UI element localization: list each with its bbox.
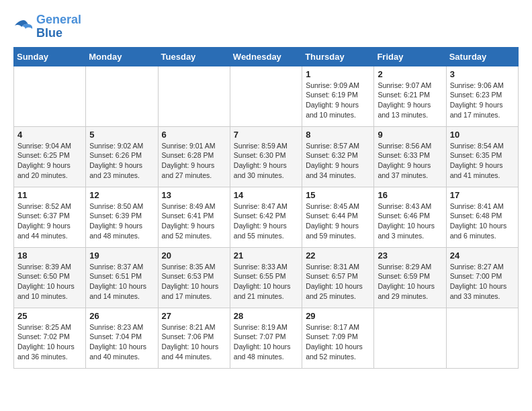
cell-info: Sunrise: 8:47 AM Sunset: 6:42 PM Dayligh…: [234, 201, 298, 241]
cell-info: Sunrise: 9:04 AM Sunset: 6:25 PM Dayligh…: [17, 141, 82, 181]
calendar-cell: 5Sunrise: 9:02 AM Sunset: 6:26 PM Daylig…: [86, 126, 158, 187]
calendar-cell: 9Sunrise: 8:56 AM Sunset: 6:33 PM Daylig…: [374, 126, 446, 187]
weekday-header: Thursday: [302, 47, 374, 66]
calendar-week-row: 25Sunrise: 8:25 AM Sunset: 7:02 PM Dayli…: [14, 308, 519, 368]
day-number: 22: [306, 250, 370, 261]
day-number: 7: [234, 130, 298, 140]
cell-info: Sunrise: 8:19 AM Sunset: 7:07 PM Dayligh…: [234, 322, 298, 362]
cell-info: Sunrise: 8:39 AM Sunset: 6:50 PM Dayligh…: [17, 262, 82, 302]
cell-info: Sunrise: 8:43 AM Sunset: 6:46 PM Dayligh…: [378, 201, 442, 241]
day-number: 6: [162, 130, 226, 140]
calendar-cell: 15Sunrise: 8:45 AM Sunset: 6:44 PM Dayli…: [302, 187, 374, 247]
calendar-cell: 11Sunrise: 8:52 AM Sunset: 6:37 PM Dayli…: [14, 187, 86, 247]
cell-info: Sunrise: 8:54 AM Sunset: 6:35 PM Dayligh…: [450, 141, 515, 181]
calendar-cell: [158, 66, 230, 126]
weekday-header: Wednesday: [230, 47, 302, 66]
calendar-cell: [14, 66, 86, 126]
weekday-header: Saturday: [446, 47, 518, 66]
cell-info: Sunrise: 8:45 AM Sunset: 6:44 PM Dayligh…: [306, 201, 370, 241]
calendar-cell: 22Sunrise: 8:31 AM Sunset: 6:57 PM Dayli…: [302, 247, 374, 308]
day-number: 1: [306, 69, 370, 79]
cell-info: Sunrise: 8:59 AM Sunset: 6:30 PM Dayligh…: [234, 141, 298, 181]
cell-info: Sunrise: 8:37 AM Sunset: 6:51 PM Dayligh…: [89, 262, 154, 302]
calendar-cell: 29Sunrise: 8:17 AM Sunset: 7:09 PM Dayli…: [302, 308, 374, 368]
cell-info: Sunrise: 8:21 AM Sunset: 7:06 PM Dayligh…: [162, 322, 226, 362]
logo: General Blue: [13, 13, 81, 40]
weekday-header: Sunday: [14, 47, 86, 66]
cell-info: Sunrise: 9:09 AM Sunset: 6:19 PM Dayligh…: [306, 81, 370, 120]
day-number: 19: [89, 250, 154, 261]
day-number: 11: [17, 190, 82, 200]
day-number: 13: [162, 190, 226, 200]
day-number: 8: [306, 130, 370, 140]
day-number: 18: [17, 250, 82, 261]
cell-info: Sunrise: 8:31 AM Sunset: 6:57 PM Dayligh…: [306, 262, 370, 302]
calendar-cell: 4Sunrise: 9:04 AM Sunset: 6:25 PM Daylig…: [14, 126, 86, 187]
calendar-cell: 8Sunrise: 8:57 AM Sunset: 6:32 PM Daylig…: [302, 126, 374, 187]
cell-info: Sunrise: 8:27 AM Sunset: 7:00 PM Dayligh…: [450, 262, 515, 302]
calendar-week-row: 11Sunrise: 8:52 AM Sunset: 6:37 PM Dayli…: [14, 187, 519, 247]
cell-info: Sunrise: 8:57 AM Sunset: 6:32 PM Dayligh…: [306, 141, 370, 181]
cell-info: Sunrise: 8:23 AM Sunset: 7:04 PM Dayligh…: [89, 322, 154, 362]
calendar-cell: 2Sunrise: 9:07 AM Sunset: 6:21 PM Daylig…: [374, 66, 446, 126]
calendar-cell: 20Sunrise: 8:35 AM Sunset: 6:53 PM Dayli…: [158, 247, 230, 308]
day-number: 20: [162, 250, 226, 261]
cell-info: Sunrise: 8:56 AM Sunset: 6:33 PM Dayligh…: [378, 141, 442, 181]
calendar-cell: 3Sunrise: 9:06 AM Sunset: 6:23 PM Daylig…: [446, 66, 518, 126]
cell-info: Sunrise: 8:41 AM Sunset: 6:48 PM Dayligh…: [450, 201, 515, 241]
calendar-cell: 1Sunrise: 9:09 AM Sunset: 6:19 PM Daylig…: [302, 66, 374, 126]
cell-info: Sunrise: 8:25 AM Sunset: 7:02 PM Dayligh…: [17, 322, 82, 362]
day-number: 16: [378, 190, 442, 200]
logo-text: General Blue: [36, 13, 81, 40]
day-number: 17: [450, 190, 515, 200]
calendar-table: SundayMondayTuesdayWednesdayThursdayFrid…: [13, 47, 519, 369]
calendar-cell: 7Sunrise: 8:59 AM Sunset: 6:30 PM Daylig…: [230, 126, 302, 187]
calendar-week-row: 1Sunrise: 9:09 AM Sunset: 6:19 PM Daylig…: [14, 66, 519, 126]
calendar-cell: 10Sunrise: 8:54 AM Sunset: 6:35 PM Dayli…: [446, 126, 518, 187]
calendar-cell: [230, 66, 302, 126]
calendar-cell: 12Sunrise: 8:50 AM Sunset: 6:39 PM Dayli…: [86, 187, 158, 247]
cell-info: Sunrise: 8:49 AM Sunset: 6:41 PM Dayligh…: [162, 201, 226, 241]
calendar-cell: 23Sunrise: 8:29 AM Sunset: 6:59 PM Dayli…: [374, 247, 446, 308]
day-number: 5: [89, 130, 154, 140]
calendar-week-row: 4Sunrise: 9:04 AM Sunset: 6:25 PM Daylig…: [14, 126, 519, 187]
weekday-header: Tuesday: [158, 47, 230, 66]
cell-info: Sunrise: 9:01 AM Sunset: 6:28 PM Dayligh…: [162, 141, 226, 181]
day-number: 14: [234, 190, 298, 200]
day-number: 29: [306, 311, 370, 321]
calendar-cell: 16Sunrise: 8:43 AM Sunset: 6:46 PM Dayli…: [374, 187, 446, 247]
calendar-cell: 17Sunrise: 8:41 AM Sunset: 6:48 PM Dayli…: [446, 187, 518, 247]
cell-info: Sunrise: 8:52 AM Sunset: 6:37 PM Dayligh…: [17, 201, 82, 241]
cell-info: Sunrise: 9:06 AM Sunset: 6:23 PM Dayligh…: [450, 81, 515, 120]
calendar-cell: 6Sunrise: 9:01 AM Sunset: 6:28 PM Daylig…: [158, 126, 230, 187]
day-number: 24: [450, 250, 515, 261]
day-number: 3: [450, 69, 515, 79]
weekday-header: Monday: [86, 47, 158, 66]
cell-info: Sunrise: 8:50 AM Sunset: 6:39 PM Dayligh…: [89, 201, 154, 241]
calendar-cell: 25Sunrise: 8:25 AM Sunset: 7:02 PM Dayli…: [14, 308, 86, 368]
calendar-cell: [86, 66, 158, 126]
cell-info: Sunrise: 8:35 AM Sunset: 6:53 PM Dayligh…: [162, 262, 226, 302]
day-number: 23: [378, 250, 442, 261]
calendar-cell: 26Sunrise: 8:23 AM Sunset: 7:04 PM Dayli…: [86, 308, 158, 368]
calendar-cell: 27Sunrise: 8:21 AM Sunset: 7:06 PM Dayli…: [158, 308, 230, 368]
day-number: 10: [450, 130, 515, 140]
day-number: 15: [306, 190, 370, 200]
day-number: 25: [17, 311, 82, 321]
cell-info: Sunrise: 9:02 AM Sunset: 6:26 PM Dayligh…: [89, 141, 154, 181]
day-number: 21: [234, 250, 298, 261]
calendar-week-row: 18Sunrise: 8:39 AM Sunset: 6:50 PM Dayli…: [14, 247, 519, 308]
cell-info: Sunrise: 8:17 AM Sunset: 7:09 PM Dayligh…: [306, 322, 370, 362]
day-number: 4: [17, 130, 82, 140]
day-number: 12: [89, 190, 154, 200]
calendar-cell: 21Sunrise: 8:33 AM Sunset: 6:55 PM Dayli…: [230, 247, 302, 308]
cell-info: Sunrise: 8:33 AM Sunset: 6:55 PM Dayligh…: [234, 262, 298, 302]
logo-bird-icon: [13, 19, 34, 35]
calendar-cell: [374, 308, 446, 368]
calendar-cell: 18Sunrise: 8:39 AM Sunset: 6:50 PM Dayli…: [14, 247, 86, 308]
page-header: General Blue: [13, 13, 519, 40]
calendar-cell: 19Sunrise: 8:37 AM Sunset: 6:51 PM Dayli…: [86, 247, 158, 308]
calendar-cell: 24Sunrise: 8:27 AM Sunset: 7:00 PM Dayli…: [446, 247, 518, 308]
calendar-cell: 13Sunrise: 8:49 AM Sunset: 6:41 PM Dayli…: [158, 187, 230, 247]
day-number: 27: [162, 311, 226, 321]
